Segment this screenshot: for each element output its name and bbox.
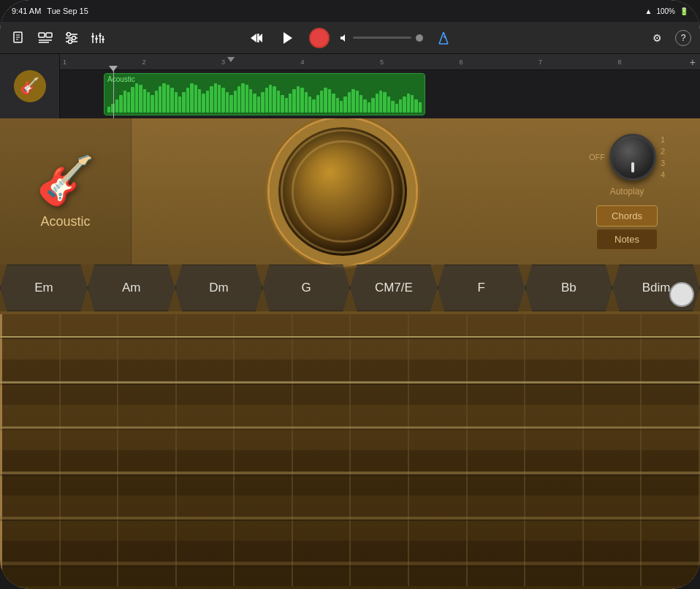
autoplay-pos-4: 4 [661, 170, 665, 179]
waveform-bar [371, 98, 374, 113]
chords-mode-button[interactable]: Chords [596, 205, 658, 227]
region-label: Acoustic [104, 74, 425, 85]
waveform-bar [383, 92, 386, 113]
waveform-bar [316, 95, 319, 113]
waveform-bar [336, 98, 339, 113]
volume-control [340, 34, 423, 42]
chord-strip: EmAmDmGCM7/EFBbBdim [0, 265, 700, 311]
autoplay-knob[interactable] [609, 134, 656, 180]
waveform-bar [159, 86, 161, 113]
waveform-bar [399, 99, 402, 113]
metronome-button[interactable] [433, 28, 454, 48]
knob-indicator [631, 162, 634, 172]
time-display: 9:41 AM [12, 7, 41, 15]
waveform-bar [202, 94, 205, 113]
volume-dot[interactable] [416, 34, 423, 42]
chord-key-g[interactable]: G [262, 265, 350, 311]
add-track-button[interactable]: + [690, 56, 696, 68]
waveform-bar [292, 89, 295, 113]
waveform-bar [170, 88, 173, 113]
timeline-content: 1 2 3 4 5 6 7 8 + Acous [60, 54, 700, 118]
acoustic-region[interactable]: Acoustic [104, 73, 425, 115]
waveform-bar [147, 92, 150, 113]
new-project-button[interactable] [9, 28, 29, 48]
rewind-button[interactable] [246, 28, 267, 48]
play-button[interactable] [277, 27, 299, 49]
waveform-bar [257, 96, 260, 113]
fret-string-4[interactable] [0, 450, 700, 495]
waveform-bar [190, 83, 193, 113]
instrument-area: 🎸 Acoustic OFF [0, 118, 700, 589]
waveform-bar [143, 89, 146, 113]
string-line-1 [0, 336, 700, 338]
waveform-bar [387, 96, 390, 113]
waveform-bar [379, 91, 382, 113]
region-waveform [104, 85, 425, 114]
chord-notes-buttons: Chords Notes [596, 205, 658, 250]
fret-string-2[interactable] [0, 360, 700, 405]
fret-string-1[interactable] [0, 314, 700, 360]
ruler-mark-7: 7 [539, 58, 618, 66]
home-button[interactable] [669, 282, 694, 307]
ruler-mark-8: 8 [618, 58, 698, 66]
ruler-mark-6: 6 [460, 58, 539, 66]
toolbar-right: ⚙ ? [464, 28, 691, 48]
volume-icon [340, 34, 349, 42]
mixer-button[interactable] [61, 28, 82, 48]
track-view-button[interactable] [35, 28, 56, 48]
svg-line-30 [444, 37, 446, 38]
waveform-bar [376, 94, 378, 113]
notes-mode-button[interactable]: Notes [596, 229, 658, 250]
waveform-bar [312, 99, 315, 113]
waveform-bar [115, 99, 118, 113]
waveform-bar [356, 91, 359, 113]
guitar-tile[interactable]: 🎸 Acoustic [0, 118, 132, 265]
waveform-bar [308, 96, 311, 113]
track-header: 🎸 [0, 54, 60, 118]
settings-button[interactable]: ⚙ [647, 28, 668, 48]
autoplay-label: Autoplay [610, 186, 644, 197]
record-button[interactable] [309, 28, 330, 48]
string-line-4 [0, 471, 700, 474]
waveform-bar [328, 89, 331, 113]
volume-slider[interactable] [353, 37, 411, 39]
fretboard[interactable] [0, 311, 700, 589]
svg-line-27 [439, 32, 444, 44]
chord-key-cm7e[interactable]: CM7/E [350, 265, 438, 311]
fret-string-6[interactable] [0, 541, 700, 586]
waveform-bar [135, 83, 138, 113]
eq-button[interactable] [88, 28, 108, 48]
waveform-bar [289, 94, 292, 113]
track-region[interactable]: Acoustic [60, 70, 700, 118]
timeline-area: 🎸 1 2 3 4 5 6 7 8 [0, 54, 700, 118]
waveform-bar [261, 92, 264, 113]
waveform-bar [241, 83, 244, 113]
waveform-bar [221, 88, 224, 113]
svg-rect-5 [46, 33, 52, 37]
chord-key-em[interactable]: Em [0, 265, 88, 311]
waveform-bar [368, 102, 370, 113]
autoplay-knob-area: OFF 1 2 3 4 Autoplay [589, 134, 665, 197]
guitar-body-center [132, 118, 554, 265]
waveform-bar [210, 86, 213, 113]
playhead [113, 70, 114, 118]
fret-string-5[interactable] [0, 495, 700, 541]
waveform-bar [285, 98, 288, 113]
waveform-bar [269, 85, 272, 113]
status-right: ▲ 100% 🔋 [645, 7, 688, 15]
soundhole-ring-2 [292, 140, 394, 243]
track-guitar-icon[interactable]: 🎸 [14, 70, 46, 102]
waveform-bar [414, 99, 417, 113]
chord-key-am[interactable]: Am [88, 265, 175, 311]
waveform-bar [407, 94, 410, 113]
chord-key-bb[interactable]: Bb [525, 265, 613, 311]
ruler-mark-4: 4 [301, 58, 381, 66]
help-button[interactable]: ? [675, 30, 691, 46]
waveform-bar [253, 94, 256, 113]
chord-key-f[interactable]: F [438, 265, 525, 311]
svg-marker-25 [284, 32, 292, 44]
fret-string-3[interactable] [0, 405, 700, 450]
waveform-bar [182, 92, 185, 113]
chord-key-dm[interactable]: Dm [175, 265, 263, 311]
waveform-bar [237, 86, 240, 113]
